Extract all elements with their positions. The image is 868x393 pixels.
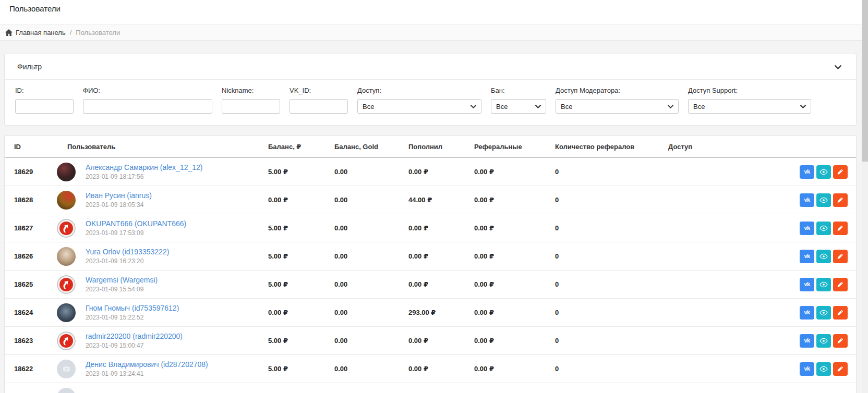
edit-user-button[interactable]	[833, 306, 848, 320]
header-balance-rub: Баланс, ₽	[268, 143, 334, 151]
vk-icon: vk	[804, 225, 810, 231]
edit-user-button[interactable]	[833, 193, 848, 207]
access-cell: vk	[668, 327, 856, 354]
vk-profile-button[interactable]: vk	[800, 250, 814, 263]
user-profile-link[interactable]: Иван Русин (ianrus)	[86, 191, 152, 200]
chevron-down-icon	[800, 105, 806, 108]
table-row: 18627 OKUPANT666 (OKUPANT666) 2023-01-09…	[5, 214, 856, 242]
view-user-button[interactable]	[816, 306, 831, 320]
main-content: Фильтр ID: ФИО: Nickname: VK_ID:	[0, 41, 868, 393]
edit-user-button[interactable]	[833, 250, 848, 263]
eye-icon	[819, 338, 828, 344]
pen-icon	[837, 281, 844, 288]
breadcrumb-home-label: Главная панель	[16, 29, 66, 36]
table-row: vk	[5, 383, 856, 393]
view-user-button[interactable]	[816, 165, 831, 179]
filter-fio-input[interactable]	[83, 99, 212, 114]
view-user-button[interactable]	[816, 334, 831, 348]
vertical-scrollbar[interactable]	[862, 0, 868, 393]
breadcrumb-current: Пользователи	[76, 29, 120, 36]
access-cell: vk	[668, 355, 856, 383]
filter-support-select[interactable]: Все	[688, 99, 811, 114]
view-user-button[interactable]	[816, 362, 831, 376]
table-row: 18624 Гном Гномыч (id753597612) 2023-01-…	[5, 299, 856, 327]
user-profile-link[interactable]: radmir220200 (radmir220200)	[86, 332, 183, 341]
filter-ban-select[interactable]: Все	[491, 99, 546, 114]
vk-icon: vk	[804, 253, 810, 259]
header-referral: Реферальные	[474, 143, 555, 151]
eye-icon	[819, 169, 828, 175]
filter-access-select[interactable]: Все	[357, 99, 481, 114]
header-user: Пользователь	[57, 143, 268, 151]
topup-value: 0.00 ₽	[408, 280, 474, 288]
user-id: 18628	[5, 196, 57, 204]
referral-count-value: 0	[555, 168, 668, 176]
user-profile-link[interactable]: OKUPANT666 (OKUPANT666)	[86, 219, 186, 228]
registration-date: 2023-01-09 15:54:09	[86, 286, 158, 293]
balance-rub-value: 5.00 ₽	[268, 337, 334, 345]
filter-id-input[interactable]	[15, 99, 74, 114]
registration-date: 2023-01-09 15:00:47	[86, 342, 183, 349]
user-profile-link[interactable]: Александр Самаркин (alex_12_12)	[86, 163, 202, 172]
pen-icon	[837, 225, 844, 232]
balance-gold-value: 0.00	[334, 280, 408, 288]
view-user-button[interactable]	[816, 250, 831, 263]
breadcrumb-separator: /	[70, 29, 72, 36]
topup-value: 0.00 ₽	[408, 365, 474, 373]
filter-nickname-input[interactable]	[222, 99, 280, 114]
referral-count-value: 0	[555, 280, 668, 288]
eye-icon	[819, 366, 828, 372]
view-user-button[interactable]	[816, 222, 831, 235]
pen-icon	[837, 309, 844, 316]
breadcrumb-home-link[interactable]: Главная панель	[5, 29, 66, 36]
vk-profile-button[interactable]: vk	[800, 278, 814, 291]
user-profile-link[interactable]: Денис Владимирович (id287202708)	[86, 360, 208, 369]
vk-profile-button[interactable]: vk	[800, 334, 814, 348]
filter-moderator-select[interactable]: Все	[556, 99, 679, 114]
user-avatar	[57, 275, 76, 294]
registration-date: 2023-01-09 18:05:34	[86, 201, 152, 208]
filter-panel-header[interactable]: Фильтр	[5, 54, 856, 80]
balance-gold-value: 0.00	[334, 365, 408, 373]
filter-moderator-label: Доступ Модератора:	[556, 87, 679, 94]
vk-profile-button[interactable]: vk	[800, 193, 814, 207]
vk-profile-button[interactable]: vk	[800, 165, 814, 179]
filter-nickname-label: Nickname:	[222, 87, 280, 94]
row-actions: vk	[800, 165, 848, 179]
view-user-button[interactable]	[816, 193, 831, 207]
filter-fio-label: ФИО:	[83, 87, 212, 94]
balance-gold-value: 0.00	[334, 168, 408, 176]
table-row: 18623 radmir220200 (radmir220200) 2023-0…	[5, 327, 856, 355]
vk-profile-button[interactable]: vk	[800, 222, 814, 235]
user-profile-link[interactable]: Wargemsi (Wargemsi)	[86, 276, 158, 285]
chevron-down-icon[interactable]	[835, 62, 841, 71]
balance-gold-value: 0.00	[334, 196, 408, 204]
vk-profile-button[interactable]: vk	[800, 306, 814, 320]
user-id: 18626	[5, 252, 57, 260]
filter-id-label: ID:	[15, 87, 74, 94]
vk-profile-button[interactable]: vk	[800, 362, 814, 376]
scrollbar-thumb[interactable]	[862, 0, 868, 162]
edit-user-button[interactable]	[833, 222, 848, 235]
vk-icon: vk	[804, 338, 810, 343]
view-user-button[interactable]	[816, 278, 831, 291]
row-actions: vk	[800, 222, 848, 235]
edit-user-button[interactable]	[833, 165, 848, 179]
pen-icon	[837, 337, 844, 345]
edit-user-button[interactable]	[833, 278, 848, 291]
filter-ban-value: Все	[496, 103, 508, 110]
filter-support-value: Все	[693, 103, 705, 110]
vk-icon: vk	[804, 281, 810, 287]
access-cell: vk	[668, 186, 856, 214]
eye-icon	[819, 253, 828, 260]
header-topup: Пополнил	[408, 143, 474, 151]
edit-user-button[interactable]	[833, 362, 848, 376]
balance-rub-value: 5.00 ₽	[268, 224, 334, 232]
filter-vkid-input[interactable]	[290, 99, 348, 114]
user-profile-link[interactable]: Гном Гномыч (id753597612)	[86, 304, 179, 313]
header-referral-count: Количество рефералов	[555, 143, 668, 151]
edit-user-button[interactable]	[833, 334, 848, 348]
user-profile-link[interactable]: Yura Orlov (id193353222)	[86, 248, 169, 256]
referral-value: 0.00 ₽	[474, 280, 555, 288]
header-access: Доступ	[668, 143, 856, 151]
